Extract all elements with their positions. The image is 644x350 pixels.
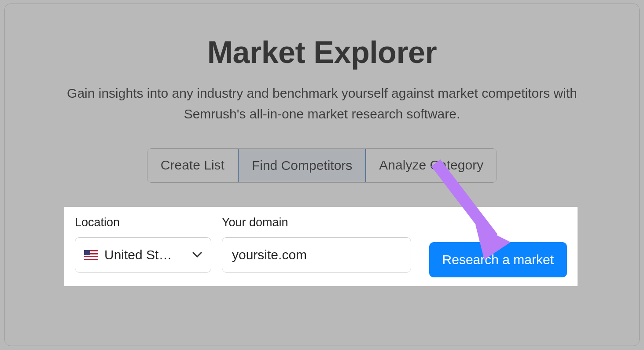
domain-field: Your domain [222,216,411,273]
location-label: Location [75,216,120,229]
flag-us-icon [84,250,98,260]
page-title: Market Explorer [5,35,639,70]
location-value: United St… [104,247,186,262]
page-subtitle: Gain insights into any industry and benc… [5,83,639,124]
tab-analyze-category[interactable]: Analyze Category [366,149,497,182]
location-select[interactable]: United St… [75,237,211,273]
domain-input[interactable] [222,237,411,273]
chevron-down-icon [192,252,202,258]
search-form-panel: Location United St… Your domain Research… [64,207,578,286]
location-field: Location United St… [75,216,211,273]
market-explorer-card: Market Explorer Gain insights into any i… [4,4,640,346]
research-market-button[interactable]: Research a market [429,242,567,277]
tab-create-list[interactable]: Create List [147,149,238,182]
domain-label: Your domain [222,216,288,229]
tab-find-competitors[interactable]: Find Competitors [238,148,366,183]
tab-group: Create List Find Competitors Analyze Cat… [147,148,497,183]
